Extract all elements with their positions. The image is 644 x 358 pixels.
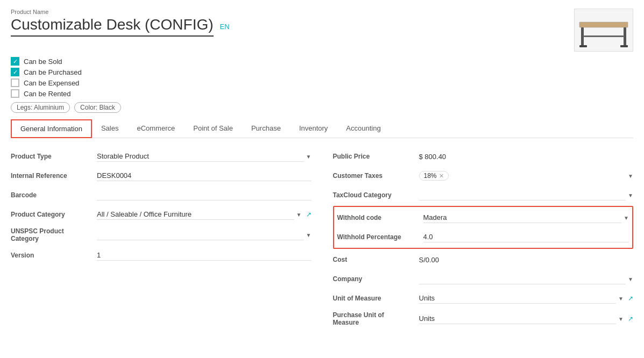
product-category-row: Product Category All / Saleable / Office… bbox=[11, 205, 312, 224]
internal-reference-input[interactable] bbox=[97, 170, 312, 181]
public-price-label: Public Price bbox=[333, 153, 419, 160]
purchase-uom-row: Purchase Unit of Measure Units ▼ ↗ bbox=[333, 308, 634, 330]
product-category-label: Product Category bbox=[11, 211, 97, 218]
right-column: Public Price $ 800.40 Customer Taxes 18%… bbox=[333, 147, 634, 330]
cost-label: Cost bbox=[333, 256, 419, 263]
uom-select-wrapper: Units ▼ ↗ bbox=[419, 293, 634, 304]
purchase-uom-arrow: ▼ bbox=[618, 316, 624, 322]
withhold-code-select[interactable]: Madera bbox=[423, 212, 622, 223]
tax-badge: 18% ✕ bbox=[419, 171, 449, 181]
company-row: Company ▼ bbox=[333, 269, 634, 289]
product-image bbox=[574, 9, 633, 52]
unspsc-label: UNSPSC Product Category bbox=[11, 227, 97, 242]
product-category-arrow: ▼ bbox=[296, 212, 302, 218]
product-type-select-wrapper: Storable Product Consumable Service ▼ bbox=[97, 151, 312, 162]
withhold-code-label: Withhold code bbox=[337, 214, 423, 221]
checkbox-sold-box[interactable] bbox=[11, 57, 19, 66]
checkbox-expensed-box[interactable] bbox=[11, 78, 19, 87]
product-name-label: Product Name bbox=[11, 9, 230, 15]
internal-reference-label: Internal Reference bbox=[11, 172, 97, 180]
checkbox-sold-label: Can be Sold bbox=[24, 58, 62, 66]
version-input[interactable] bbox=[97, 250, 312, 261]
cost-value: S/0.00 bbox=[419, 256, 634, 264]
svg-rect-5 bbox=[584, 35, 624, 37]
product-form: Product Name Customizable Desk (CONFIG) … bbox=[11, 9, 633, 330]
svg-rect-4 bbox=[620, 45, 628, 47]
version-label: Version bbox=[11, 252, 97, 259]
checkbox-rented-label: Can be Rented bbox=[24, 90, 70, 98]
tab-inventory[interactable]: Inventory bbox=[290, 119, 337, 138]
svg-rect-3 bbox=[579, 45, 587, 47]
tab-point-of-sale[interactable]: Point of Sale bbox=[184, 119, 242, 138]
svg-rect-0 bbox=[579, 22, 628, 27]
uom-arrow: ▼ bbox=[618, 296, 624, 302]
tax-remove-button[interactable]: ✕ bbox=[439, 173, 444, 180]
taxcloud-arrow: ▼ bbox=[628, 192, 633, 198]
taxcloud-select[interactable] bbox=[419, 190, 626, 201]
svg-rect-2 bbox=[624, 27, 626, 46]
checkbox-rented-box[interactable] bbox=[11, 89, 19, 98]
variant-color[interactable]: Color: Black bbox=[74, 102, 121, 113]
purchase-uom-external-link[interactable]: ↗ bbox=[628, 315, 633, 323]
withhold-section: Withhold code Madera ▼ Withhold Percenta… bbox=[333, 206, 634, 249]
purchase-uom-select-wrapper: Units ▼ ↗ bbox=[419, 313, 634, 324]
lang-badge[interactable]: EN bbox=[220, 23, 230, 31]
customer-taxes-row: Customer Taxes 18% ✕ ▼ bbox=[333, 166, 634, 185]
product-type-row: Product Type Storable Product Consumable… bbox=[11, 147, 312, 166]
unspsc-select[interactable] bbox=[97, 230, 304, 240]
withhold-percentage-label: Withhold Percentage bbox=[337, 233, 423, 241]
svg-rect-1 bbox=[581, 27, 584, 46]
withhold-percentage-input[interactable] bbox=[423, 232, 629, 242]
checkbox-can-be-expensed[interactable]: Can be Expensed bbox=[11, 78, 633, 87]
tab-sales[interactable]: Sales bbox=[92, 119, 128, 138]
company-label: Company bbox=[333, 275, 419, 283]
checkbox-can-be-purchased[interactable]: Can be Purchased bbox=[11, 68, 633, 76]
checkbox-expensed-label: Can be Expensed bbox=[24, 79, 79, 87]
uom-external-link[interactable]: ↗ bbox=[628, 295, 633, 302]
unspsc-select-wrapper: ▼ bbox=[97, 230, 312, 240]
withhold-code-row: Withhold code Madera ▼ bbox=[334, 208, 633, 227]
public-price-value: $ 800.40 bbox=[419, 153, 447, 161]
tax-badge-value: 18% bbox=[424, 172, 437, 180]
checkbox-can-be-sold[interactable]: Can be Sold bbox=[11, 57, 633, 66]
barcode-label: Barcode bbox=[11, 191, 97, 199]
withhold-code-arrow: ▼ bbox=[624, 215, 629, 221]
internal-reference-row: Internal Reference bbox=[11, 166, 312, 185]
taxcloud-label: TaxCloud Category bbox=[333, 191, 419, 199]
company-select-wrapper: ▼ bbox=[419, 274, 634, 284]
unspsc-row: UNSPSC Product Category ▼ bbox=[11, 224, 312, 246]
withhold-code-select-wrapper: Madera ▼ bbox=[423, 212, 629, 223]
product-type-label: Product Type bbox=[11, 153, 97, 160]
checkboxes-group: Can be Sold Can be Purchased Can be Expe… bbox=[11, 57, 633, 98]
customer-taxes-label: Customer Taxes bbox=[333, 172, 419, 180]
purchase-uom-label: Purchase Unit of Measure bbox=[333, 311, 419, 326]
tab-general-information[interactable]: General Information bbox=[11, 119, 92, 138]
checkbox-purchased-box[interactable] bbox=[11, 68, 19, 76]
public-price-row: Public Price $ 800.40 bbox=[333, 147, 634, 166]
tab-ecommerce[interactable]: eCommerce bbox=[128, 119, 184, 138]
barcode-input[interactable] bbox=[97, 190, 312, 201]
checkbox-purchased-label: Can be Purchased bbox=[24, 68, 82, 76]
checkbox-can-be-rented[interactable]: Can be Rented bbox=[11, 89, 633, 98]
purchase-uom-select[interactable]: Units bbox=[419, 313, 617, 324]
product-type-select[interactable]: Storable Product Consumable Service bbox=[97, 151, 304, 162]
tab-accounting[interactable]: Accounting bbox=[337, 119, 390, 138]
taxcloud-row: TaxCloud Category ▼ bbox=[333, 185, 634, 205]
product-type-arrow: ▼ bbox=[306, 154, 312, 160]
form-grid: Product Type Storable Product Consumable… bbox=[11, 147, 633, 330]
product-title: Customizable Desk (CONFIG) bbox=[11, 16, 214, 37]
product-category-external-link[interactable]: ↗ bbox=[306, 211, 312, 218]
unit-of-measure-label: Unit of Measure bbox=[333, 295, 419, 302]
company-select[interactable] bbox=[419, 274, 626, 284]
product-category-select-wrapper: All / Saleable / Office Furniture ▼ ↗ bbox=[97, 209, 312, 220]
uom-select[interactable]: Units bbox=[419, 293, 617, 304]
cost-row: Cost S/0.00 bbox=[333, 250, 634, 269]
product-category-select[interactable]: All / Saleable / Office Furniture bbox=[97, 209, 294, 220]
variant-legs[interactable]: Legs: Aluminium bbox=[11, 102, 70, 113]
company-arrow: ▼ bbox=[628, 276, 633, 282]
customer-taxes-arrow[interactable]: ▼ bbox=[628, 173, 633, 179]
left-column: Product Type Storable Product Consumable… bbox=[11, 147, 312, 330]
barcode-row: Barcode bbox=[11, 185, 312, 205]
tabs-container: General Information Sales eCommerce Poin… bbox=[11, 119, 633, 138]
tab-purchase[interactable]: Purchase bbox=[242, 119, 290, 138]
